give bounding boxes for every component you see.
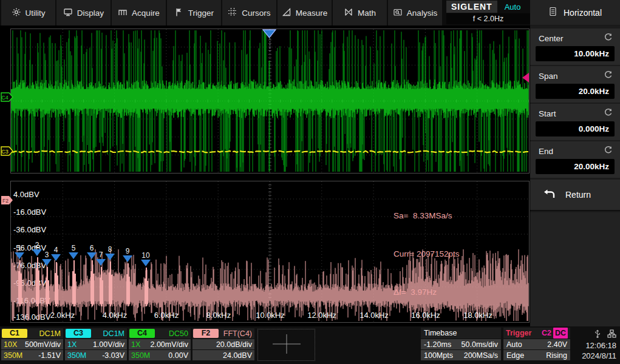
menu-measure[interactable]: Measure: [278, 0, 332, 25]
peak-marker-3: 3: [42, 251, 52, 266]
knob-icon[interactable]: [604, 108, 613, 119]
channel-c3-box[interactable]: C3DC1M 1X1.00V/div 350M-3.03V: [65, 328, 127, 362]
c3-offset: -3.03V: [102, 351, 124, 360]
menu-analysis[interactable]: Analysis: [388, 0, 442, 25]
start-field: Start 0.000Hz: [530, 104, 620, 140]
timebase-title: Timebase: [421, 328, 501, 339]
end-value-input[interactable]: 20.00kHz: [536, 159, 615, 174]
math-f2-box[interactable]: F2FFT(C4) 20.0dB/div 24.0dBV: [192, 328, 254, 362]
peak-marker-1: 1: [15, 244, 24, 259]
menu-cursors[interactable]: Cursors: [222, 0, 276, 25]
center-value-input[interactable]: 10.00kHz: [536, 46, 615, 61]
lan-icon: [607, 329, 616, 340]
add-channel-button[interactable]: [257, 329, 315, 361]
channel-c4-offset-marker[interactable]: C4: [1, 92, 13, 104]
channel-c4-badge: C4: [129, 329, 155, 338]
knob-icon[interactable]: [604, 33, 613, 44]
menu-acquire[interactable]: Acquire: [112, 0, 166, 25]
math-f2-offset-marker[interactable]: F2: [1, 195, 13, 207]
acquire-icon: [118, 7, 128, 19]
clock-date: 2024/8/11: [582, 351, 616, 360]
peak-triangle-icon: [105, 254, 115, 260]
c4-probe: 1X: [131, 340, 140, 349]
horizontal-menu-icon: [548, 7, 557, 18]
menu-label: Cursors: [242, 8, 270, 18]
menu-label: Acquire: [132, 8, 160, 18]
trigger-position-marker[interactable]: [262, 29, 276, 41]
c1-bandwidth: 350M: [4, 351, 22, 360]
fft-x-label: 4.0kHz: [103, 311, 127, 320]
c3-probe: 1X: [67, 340, 77, 349]
channel-c3-offset-marker[interactable]: C3: [1, 146, 13, 158]
acquisition-mode-badge: Auto: [505, 2, 521, 12]
peak-marker-6: 6: [87, 244, 97, 259]
sidebar-title: Horizontal: [530, 0, 620, 25]
knob-icon[interactable]: [604, 146, 613, 157]
knob-icon[interactable]: [604, 70, 613, 81]
menu-label: Utility: [26, 8, 46, 18]
peak-triangle-icon: [87, 252, 97, 259]
status-bar: C1DC1M 10X500mV/div 350M-1.51V C3DC1M 1X…: [0, 326, 620, 364]
fft-x-label: 2.0kHz: [50, 311, 75, 320]
center-field: Center 10.00kHz: [530, 29, 620, 65]
logo-block: SIGLENT Auto f < 2.0Hz: [446, 0, 530, 25]
end-field: End 20.00kHz: [530, 141, 620, 178]
c1-offset: -1.51V: [38, 351, 61, 360]
timebase-box[interactable]: Timebase -1.20ms50.0ms/div 100Mpts200MSa…: [421, 328, 501, 362]
channel-c4-marker-label: C4: [1, 95, 9, 101]
trigger-type: Edge: [506, 351, 524, 360]
fft-points: Curr= 2097152pts: [393, 248, 459, 260]
peak-marker-7: 7: [96, 251, 106, 266]
peak-triangle-icon: [32, 249, 42, 256]
math-f2-badge: F2: [193, 329, 219, 338]
return-arrow-icon: [542, 189, 556, 201]
span-value-input[interactable]: 20.0kHz: [536, 84, 615, 99]
timebase-points: 100Mpts: [424, 351, 453, 360]
trigger-title: Trigger: [506, 328, 531, 339]
menu-utility[interactable]: Utility: [1, 0, 55, 25]
c3-scale: 1.00V/div: [93, 340, 124, 349]
peak-marker-9: 9: [123, 248, 132, 262]
fft-delta-f: Δf= 3.97Hz: [393, 286, 459, 298]
brand-logo: SIGLENT: [446, 1, 497, 13]
trigger-mode: Auto: [506, 340, 522, 349]
c4-bandwidth: 350M: [131, 351, 150, 360]
c3-bandwidth: 350M: [67, 351, 86, 360]
timebase-delay: -1.20ms: [424, 340, 451, 349]
peak-marker-8: 8: [105, 246, 115, 260]
oscilloscope-screen: Utility Display Acquire Trigger Cursors …: [0, 0, 620, 364]
menu-math[interactable]: Math: [333, 0, 387, 25]
menu-label: Trigger: [188, 8, 214, 18]
fft-x-label: 14.0kHz: [359, 311, 389, 320]
peak-triangle-icon: [51, 254, 61, 261]
fft-sample-rate: Sa= 8.33MSa/s: [393, 209, 459, 222]
menu-label: Display: [77, 8, 104, 18]
menu-trigger[interactable]: Trigger: [167, 0, 221, 25]
center-label: Center: [539, 34, 564, 43]
timebase-rate: 200MSa/s: [464, 351, 498, 360]
trigger-level: 2.40V: [547, 340, 567, 349]
measure-icon: [282, 7, 291, 19]
c4-coupling: DC50: [169, 329, 188, 338]
horizontal-sidebar: Center 10.00kHz Span 20.0kHz Start 0.000…: [530, 25, 620, 326]
menu-bar: Utility Display Acquire Trigger Cursors …: [0, 0, 446, 25]
trigger-level-marker[interactable]: [522, 72, 530, 86]
channel-c1-box[interactable]: C1DC1M 10X500mV/div 350M-1.51V: [1, 328, 63, 362]
return-button[interactable]: Return: [530, 180, 620, 211]
trigger-box[interactable]: Trigger C2 DC Auto2.40V EdgeRising: [503, 328, 570, 362]
peak-triangle-icon: [15, 252, 24, 259]
sidebar-empty-area: [530, 212, 620, 326]
gear-icon: [12, 7, 21, 19]
c3-coupling: DC1M: [103, 329, 124, 338]
flag-icon: [174, 7, 184, 19]
start-value-input[interactable]: 0.000Hz: [536, 121, 615, 136]
end-label: End: [539, 147, 553, 156]
crosshair-icon: [268, 332, 305, 359]
fft-x-label: 8.0kHz: [206, 311, 231, 320]
c1-coupling: DC1M: [39, 329, 61, 338]
c1-scale: 500mV/div: [25, 340, 61, 349]
fft-x-label: 10.0kHz: [256, 311, 285, 320]
channel-c4-box[interactable]: C4DC50 1X2.00mV/div 350M0.00V: [129, 328, 191, 362]
menu-display[interactable]: Display: [56, 0, 111, 25]
timebase-scale: 50.0ms/div: [462, 340, 498, 349]
